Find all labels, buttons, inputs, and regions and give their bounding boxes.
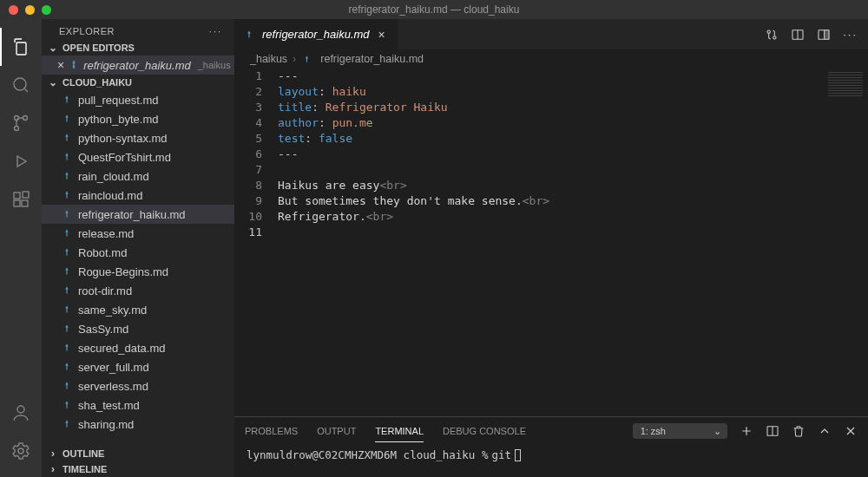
markdown-file-icon (61, 265, 75, 278)
file-item-label: sha_test.md (78, 399, 140, 412)
chevron-right-icon: › (47, 463, 59, 475)
debug-icon[interactable] (0, 142, 42, 180)
markdown-file-icon (61, 323, 75, 335)
window-title: refrigerator_haiku.md — cloud_haiku (349, 3, 520, 16)
file-item[interactable]: rain_cloud.md (42, 167, 234, 186)
file-item[interactable]: QuestForTshirt.md (42, 147, 234, 167)
split-editor-icon[interactable] (817, 28, 831, 42)
markdown-file-icon (61, 113, 75, 125)
file-list: pull_request.mdpython_byte.mdpython-synt… (42, 90, 234, 446)
activity-bar (0, 19, 42, 477)
svg-rect-6 (22, 200, 28, 206)
account-icon[interactable] (0, 394, 42, 432)
file-item[interactable]: SasSy.md (42, 319, 234, 338)
search-icon[interactable] (0, 66, 42, 104)
svg-point-0 (14, 78, 26, 90)
window-zoom-button[interactable] (42, 5, 51, 15)
file-item[interactable]: Rogue-Begins.md (42, 262, 234, 281)
file-item[interactable]: pull_request.md (42, 90, 234, 109)
svg-rect-7 (23, 192, 29, 198)
terminal-selector[interactable]: 1: zsh ⌄ (633, 423, 727, 439)
new-terminal-icon[interactable] (740, 424, 753, 438)
markdown-file-icon (61, 151, 75, 163)
editor-tab[interactable]: refrigerator_haiku.md × (234, 19, 398, 49)
markdown-file-icon (61, 132, 75, 144)
more-actions-icon[interactable]: ··· (843, 28, 858, 41)
file-item-label: server_full.md (78, 361, 149, 374)
markdown-file-icon (61, 170, 75, 182)
file-item-label: serverless.md (78, 380, 148, 393)
file-item[interactable]: release.md (42, 224, 234, 243)
file-item-label: raincloud.md (78, 189, 142, 202)
panel-tab-terminal[interactable]: TERMINAL (375, 421, 424, 442)
file-item[interactable]: Robot.md (42, 243, 234, 262)
explorer-icon[interactable] (0, 28, 42, 66)
file-item[interactable]: sha_test.md (42, 395, 234, 415)
svg-rect-4 (14, 193, 20, 199)
markdown-file-icon (68, 59, 80, 71)
file-item[interactable]: refrigerator_haiku.md (42, 205, 234, 224)
file-item-label: secured_data.md (78, 342, 165, 355)
maximize-panel-icon[interactable] (818, 424, 832, 438)
markdown-file-icon (61, 342, 75, 354)
compare-changes-icon[interactable] (765, 28, 779, 42)
folder-section[interactable]: ⌄ CLOUD_HAIKU (42, 75, 234, 90)
close-icon[interactable]: × (57, 58, 64, 72)
settings-gear-icon[interactable] (0, 432, 42, 470)
svg-point-8 (17, 406, 24, 413)
window-close-button[interactable] (9, 5, 18, 15)
outline-label: OUTLINE (62, 448, 104, 459)
file-item[interactable]: python-syntax.md (42, 128, 234, 147)
file-item[interactable]: root-dir.md (42, 281, 234, 300)
source-control-icon[interactable] (0, 104, 42, 142)
file-item[interactable]: serverless.md (42, 376, 234, 395)
timeline-section[interactable]: › TIMELINE (42, 461, 234, 477)
svg-point-3 (15, 127, 19, 131)
file-item[interactable]: server_full.md (42, 357, 234, 376)
bottom-panel: PROBLEMS OUTPUT TERMINAL DEBUG CONSOLE 1… (234, 416, 868, 477)
markdown-file-icon (61, 380, 75, 392)
breadcrumb-file[interactable]: refrigerator_haiku.md (320, 53, 424, 65)
minimap[interactable] (828, 72, 863, 98)
file-item[interactable]: raincloud.md (42, 186, 234, 205)
terminal-body[interactable]: lynmuldrow@C02CMHZXMD6M cloud_haiku % gi… (234, 445, 868, 465)
line-gutter: 1234567891011 (234, 69, 278, 416)
tab-filename: refrigerator_haiku.md (262, 28, 370, 41)
file-item[interactable]: python_byte.md (42, 109, 234, 128)
breadcrumb[interactable]: _haikus › refrigerator_haiku.md (234, 49, 868, 69)
code-content[interactable]: ---layout: haikutitle: Refrigerator Haik… (278, 69, 868, 416)
terminal-prompt: lynmuldrow@C02CMHZXMD6M cloud_haiku % (247, 448, 488, 461)
markdown-file-icon (61, 208, 75, 220)
open-editor-item[interactable]: × refrigerator_haiku.md _haikus (42, 56, 234, 75)
file-item-label: Rogue-Begins.md (78, 265, 168, 278)
extensions-icon[interactable] (0, 180, 42, 219)
open-editor-filename: refrigerator_haiku.md (83, 59, 191, 72)
close-panel-icon[interactable] (844, 424, 858, 438)
panel-tab-output[interactable]: OUTPUT (317, 421, 356, 441)
split-terminal-icon[interactable] (766, 424, 779, 438)
open-editors-section[interactable]: ⌄ OPEN EDITORS (42, 40, 234, 56)
window-minimize-button[interactable] (25, 5, 35, 15)
panel-tab-problems[interactable]: PROBLEMS (245, 421, 298, 441)
svg-rect-5 (14, 200, 20, 206)
file-item-label: pull_request.md (78, 94, 159, 107)
file-item[interactable]: secured_data.md (42, 338, 234, 357)
editor-body[interactable]: 1234567891011 ---layout: haikutitle: Ref… (234, 69, 868, 416)
file-item-label: root-dir.md (78, 284, 132, 297)
editor-area: refrigerator_haiku.md × ··· _haikus › (234, 19, 868, 477)
markdown-file-icon (243, 29, 257, 41)
kill-terminal-icon[interactable] (792, 424, 806, 438)
file-item-label: QuestForTshirt.md (78, 151, 171, 164)
breadcrumb-folder[interactable]: _haikus (250, 53, 287, 65)
chevron-down-icon: ⌄ (713, 426, 721, 437)
open-preview-icon[interactable] (791, 28, 805, 42)
file-item[interactable]: sharing.md (42, 415, 234, 434)
panel-tab-debug-console[interactable]: DEBUG CONSOLE (443, 421, 526, 441)
chevron-down-icon: ⌄ (47, 42, 59, 54)
close-icon[interactable]: × (375, 28, 389, 42)
outline-section[interactable]: › OUTLINE (42, 446, 234, 461)
explorer-more-icon[interactable]: ··· (209, 26, 222, 36)
chevron-right-icon: › (293, 53, 296, 65)
file-item[interactable]: same_sky.md (42, 300, 234, 319)
terminal-cursor (515, 449, 521, 461)
